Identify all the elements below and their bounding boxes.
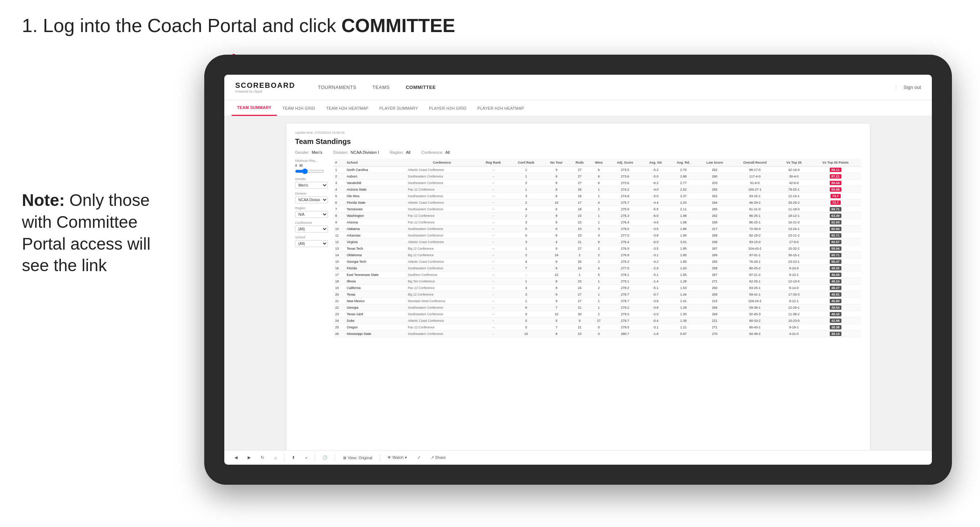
cell-no-tour: 8 [543, 285, 570, 291]
cell-school: Mississippi State [345, 330, 407, 337]
cell-school: Tennessee [345, 206, 407, 213]
cell-adj-score: 274.2 [608, 186, 642, 193]
col-school: School [345, 159, 407, 167]
cell-reg-rank: - [477, 219, 509, 225]
cell-rnds: 21 [570, 324, 589, 330]
toolbar-expand[interactable]: ⤢ [414, 454, 423, 461]
toolbar-view-original[interactable]: 🖥 View: Original [340, 454, 375, 461]
cell-low-score: 260 [697, 285, 732, 291]
filter-conference-value: All [445, 150, 450, 154]
cell-vs-top25: 42-6-0 [778, 180, 810, 186]
cell-vs-top25: 12-14-1 [778, 193, 810, 199]
toolbar-divider-4 [380, 454, 380, 461]
cell-reg-rank: - [477, 173, 509, 180]
cell-rank: 5 [334, 193, 345, 199]
col-rank: # [334, 159, 345, 167]
toolbar-share[interactable]: ↗ Share [428, 454, 449, 461]
subnav-player-h2h-grid[interactable]: PLAYER H2H GRID [423, 100, 472, 116]
conference-select[interactable]: (All) [295, 225, 328, 233]
cell-no-tour: 22 [543, 271, 570, 278]
sign-out-button[interactable]: Sign out [896, 84, 921, 90]
cell-low-score: 215 [697, 298, 732, 304]
cell-adj-score: 277.0 [608, 232, 642, 239]
cell-reg-rank: - [477, 180, 509, 186]
filter-division-value: NCAA Division I [350, 150, 379, 154]
subnav-team-summary[interactable]: TEAM SUMMARY [232, 100, 277, 116]
region-select[interactable]: N/A [295, 211, 328, 218]
cell-wins: 1 [589, 304, 608, 311]
subnav-player-summary[interactable]: PLAYER SUMMARY [374, 100, 423, 116]
standings-table: # School Conference Reg Rank Conf Rank N… [334, 159, 861, 337]
cell-avg-rd: 2.52 [669, 186, 698, 193]
cell-conf-rank: 1 [509, 245, 543, 252]
table-row: 8 Washington Pac-12 Conference - 2 8 23 … [334, 213, 861, 219]
toolbar-share-btn[interactable]: ⬆ [289, 454, 298, 461]
table-row: 23 Texas A&M Southeastern Conference - 9… [334, 311, 861, 317]
toolbar-home[interactable]: ⌂ [271, 454, 280, 461]
cell-rank: 17 [334, 271, 345, 278]
cell-overall: 61-21-0 [732, 206, 778, 213]
cell-overall: 86-25-1 [732, 219, 778, 225]
table-row: 25 Oregon Pac-12 Conference - 5 7 21 0 2… [334, 324, 861, 330]
cell-low-score: 267 [697, 271, 732, 278]
subnav-team-h2h-heatmap[interactable]: TEAM H2H HEATMAP [321, 100, 374, 116]
cell-vs-top50-points: 63.49 [810, 213, 861, 219]
cell-low-score: 268 [697, 232, 732, 239]
cell-rnds: 23 [570, 225, 589, 232]
toolbar-watch[interactable]: 👁 Watch ▾ [384, 454, 410, 461]
cell-rnds: 30 [570, 311, 589, 317]
table-row: 13 Texas Tech Big 12 Conference - 1 9 27… [334, 245, 861, 252]
nav-committee[interactable]: COMMITTEE [398, 75, 444, 100]
cell-overall: 117-4-0 [732, 173, 778, 180]
cell-vs-top25: 9-10-1 [778, 271, 810, 278]
cell-school: Arizona [345, 219, 407, 225]
toolbar-back[interactable]: ◀ [232, 454, 240, 461]
nav-teams[interactable]: TEAMS [364, 75, 398, 100]
cell-avg-rd: 2.70 [669, 167, 698, 173]
step-number: 1. [22, 15, 38, 36]
cell-conf-rank: 2 [509, 252, 543, 259]
cell-low-score: 217 [697, 225, 732, 232]
col-no-tour: No Tour [543, 159, 570, 167]
table-row: 10 Alabama Southeastern Conference - 5 6… [334, 225, 861, 232]
gender-select[interactable]: Men's [295, 182, 328, 189]
note-label: Note: [22, 190, 65, 210]
cell-conference: Southeastern Conference [406, 206, 477, 213]
toolbar-refresh[interactable]: ↻ [258, 454, 267, 461]
cell-avg-rd: 1.21 [669, 324, 698, 330]
cell-vs-top25: 18-12-1 [778, 213, 810, 219]
min-rounds-slider[interactable] [295, 168, 324, 174]
cell-avg-rd: 1.85 [669, 259, 698, 265]
cell-vs-top50-points: 72.7 [810, 199, 861, 206]
cell-reg-rank: - [477, 193, 509, 199]
cell-avg-sg: -3.5 [642, 225, 669, 232]
cell-avg-sg: -3.1 [642, 324, 669, 330]
cell-adj-score: 273.5 [608, 167, 642, 173]
toolbar-plus[interactable]: + [302, 454, 310, 461]
cell-overall: 63-15-1 [732, 193, 778, 199]
cell-reg-rank: - [477, 199, 509, 206]
cell-avg-rd: 1.53 [669, 285, 698, 291]
division-select[interactable]: NCAA Division I [295, 197, 328, 203]
toolbar-forward[interactable]: ▶ [245, 454, 253, 461]
cell-vs-top25: 17-33-3 [778, 291, 810, 298]
cell-avg-rd: 0.97 [669, 330, 698, 337]
school-select[interactable]: (All) [295, 240, 328, 247]
cell-reg-rank: - [477, 324, 509, 330]
toolbar-clock[interactable]: 🕐 [320, 454, 331, 461]
cell-vs-top25: 11-38-2 [778, 311, 810, 317]
cell-reg-rank: - [477, 265, 509, 271]
cell-low-score: 262 [697, 167, 732, 173]
cell-rank: 24 [334, 317, 345, 324]
cell-no-tour: 9 [543, 167, 570, 173]
cell-vs-top25: 8-14-0 [778, 285, 810, 291]
control-gender: Gender Men's [295, 177, 328, 189]
col-wins: Wins [589, 159, 608, 167]
col-adj-score: Adj. Score [608, 159, 642, 167]
cell-adj-score: 280.7 [608, 330, 642, 337]
filter-region-value: All [406, 150, 410, 154]
subnav-player-h2h-heatmap[interactable]: PLAYER H2H HEATMAP [472, 100, 530, 116]
cell-wins: 27 [589, 317, 608, 324]
nav-tournaments[interactable]: TOURNAMENTS [310, 75, 364, 100]
subnav-team-h2h-grid[interactable]: TEAM H2H GRID [277, 100, 321, 116]
